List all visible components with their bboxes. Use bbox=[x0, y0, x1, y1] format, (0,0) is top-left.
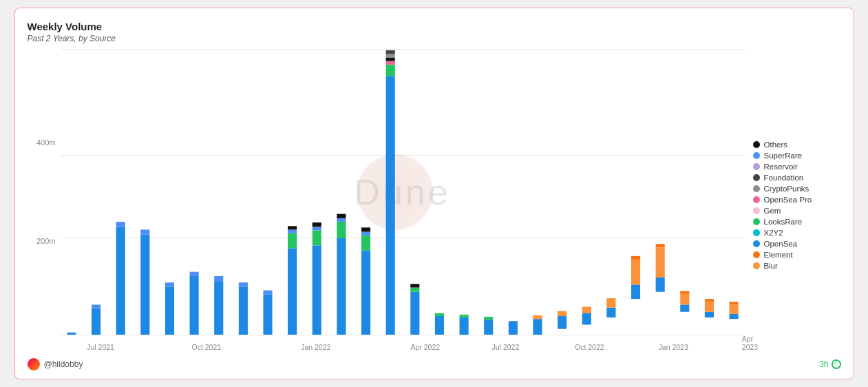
svg-rect-61 bbox=[655, 247, 664, 278]
x-label-oct22: Oct 2022 bbox=[575, 343, 604, 351]
svg-rect-39 bbox=[410, 292, 419, 335]
plot-inner: Dune bbox=[61, 49, 745, 335]
legend-dot bbox=[753, 207, 760, 214]
svg-rect-36 bbox=[385, 57, 394, 61]
svg-rect-50 bbox=[533, 315, 542, 319]
legend-item-others: Others bbox=[753, 140, 841, 149]
svg-rect-34 bbox=[385, 65, 394, 76]
svg-rect-7 bbox=[165, 286, 173, 335]
svg-rect-67 bbox=[704, 302, 713, 312]
svg-rect-49 bbox=[533, 319, 542, 335]
legend-item-opensea-pro: OpenSea Pro bbox=[753, 196, 841, 204]
legend-label: OpenSea bbox=[764, 240, 798, 248]
svg-rect-40 bbox=[410, 288, 419, 292]
x-axis-labels: Jul 2021 Oct 2021 Jan 2022 Apr 2022 Jul … bbox=[61, 335, 745, 354]
bars-chart bbox=[61, 49, 745, 335]
svg-rect-30 bbox=[361, 236, 370, 251]
legend-dot bbox=[753, 218, 760, 225]
chart-footer: @hildobby 3h bbox=[28, 357, 841, 370]
x-label-apr22: Apr 2022 bbox=[410, 343, 440, 351]
svg-rect-1 bbox=[92, 308, 100, 335]
svg-rect-52 bbox=[558, 311, 567, 316]
x-label-jul21: Jul 2021 bbox=[87, 343, 114, 351]
svg-rect-12 bbox=[214, 276, 223, 281]
svg-rect-11 bbox=[214, 281, 223, 335]
svg-rect-69 bbox=[729, 314, 738, 319]
svg-rect-6 bbox=[140, 229, 149, 234]
legend-dot bbox=[753, 174, 760, 181]
svg-rect-19 bbox=[288, 229, 297, 233]
svg-rect-41 bbox=[410, 284, 419, 287]
svg-rect-37 bbox=[385, 54, 394, 57]
legend-label: Element bbox=[764, 251, 793, 259]
x-label-apr23: Apr 2023 bbox=[742, 335, 758, 351]
legend-dot bbox=[753, 229, 760, 236]
svg-rect-9 bbox=[189, 276, 198, 335]
svg-rect-57 bbox=[631, 284, 639, 299]
svg-rect-3 bbox=[116, 227, 125, 335]
svg-rect-15 bbox=[263, 295, 272, 335]
svg-rect-16 bbox=[263, 291, 272, 295]
svg-rect-70 bbox=[729, 304, 738, 313]
svg-rect-58 bbox=[631, 260, 639, 284]
x-label-jan22: Jan 2022 bbox=[301, 343, 330, 351]
legend-item-gem: Gem bbox=[753, 207, 841, 215]
legend-label: Blur bbox=[764, 262, 778, 270]
svg-rect-48 bbox=[508, 321, 517, 335]
legend-item-x2y2: X2Y2 bbox=[753, 229, 841, 237]
x-label-oct21: Oct 2021 bbox=[191, 343, 221, 351]
svg-rect-21 bbox=[312, 245, 321, 335]
svg-rect-47 bbox=[484, 317, 493, 320]
svg-rect-71 bbox=[729, 302, 738, 304]
svg-rect-20 bbox=[288, 226, 297, 229]
legend-dot bbox=[753, 185, 760, 192]
legend-label: CryptoPunks bbox=[764, 185, 809, 193]
legend-item-opensea: OpenSea bbox=[753, 240, 841, 248]
y-label-400m: 400m bbox=[36, 138, 59, 147]
svg-rect-26 bbox=[337, 222, 346, 238]
svg-rect-45 bbox=[459, 315, 468, 317]
svg-rect-35 bbox=[385, 61, 394, 65]
svg-rect-33 bbox=[385, 76, 394, 335]
legend-dot bbox=[753, 251, 760, 258]
legend-dot bbox=[753, 141, 760, 148]
svg-rect-64 bbox=[680, 294, 689, 305]
svg-rect-54 bbox=[582, 307, 591, 313]
svg-rect-32 bbox=[361, 227, 370, 231]
svg-rect-24 bbox=[312, 222, 321, 227]
legend-item-reservoir: Reservoir bbox=[753, 163, 841, 171]
svg-rect-22 bbox=[312, 231, 321, 246]
legend-label: X2Y2 bbox=[764, 229, 783, 237]
svg-rect-13 bbox=[238, 286, 247, 335]
legend-dot bbox=[753, 196, 760, 203]
svg-rect-43 bbox=[434, 313, 443, 316]
svg-rect-10 bbox=[189, 272, 198, 276]
legend-dot bbox=[753, 240, 760, 247]
svg-rect-17 bbox=[288, 248, 297, 335]
svg-rect-63 bbox=[680, 304, 689, 311]
legend-label: OpenSea Pro bbox=[764, 196, 812, 204]
legend-item-cryptopunks: CryptoPunks bbox=[753, 185, 841, 193]
legend-item-element: Element bbox=[753, 251, 841, 259]
svg-rect-27 bbox=[337, 218, 346, 222]
legend-item-superrare: SuperRare bbox=[753, 151, 841, 160]
legend-label: SuperRare bbox=[764, 151, 803, 160]
svg-rect-53 bbox=[582, 313, 591, 325]
svg-rect-23 bbox=[312, 227, 321, 230]
svg-rect-8 bbox=[165, 282, 173, 286]
svg-rect-46 bbox=[484, 320, 493, 335]
legend-label: Reservoir bbox=[764, 163, 798, 171]
svg-rect-55 bbox=[606, 308, 615, 318]
x-label-jan23: Jan 2023 bbox=[659, 343, 688, 351]
x-label-jul22: Jul 2022 bbox=[492, 343, 520, 351]
svg-rect-31 bbox=[361, 232, 370, 236]
svg-rect-44 bbox=[459, 317, 468, 335]
legend-item-foundation: Foundation bbox=[753, 174, 841, 182]
username: @hildobby bbox=[44, 359, 83, 369]
user-avatar bbox=[28, 358, 40, 370]
footer-user: @hildobby bbox=[28, 358, 83, 370]
svg-rect-56 bbox=[606, 298, 615, 307]
svg-rect-29 bbox=[361, 251, 370, 335]
chart-body: 400m 200m Dune bbox=[28, 49, 841, 354]
legend-item-looksrare: LooksRare bbox=[753, 218, 841, 226]
